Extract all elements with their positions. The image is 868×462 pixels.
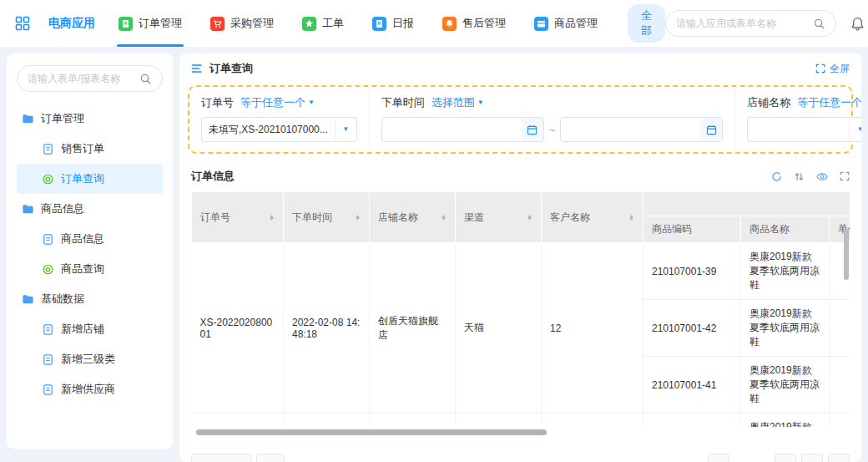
column-header[interactable]: 客户名称▲▼ <box>542 192 643 243</box>
chevron-down-icon[interactable]: ▼ <box>849 118 861 141</box>
cell-product-name: 奥康2019新款夏季软底两用凉鞋 <box>741 414 830 428</box>
sidebar-item[interactable]: 订单查询 <box>17 164 163 194</box>
sidebar-item[interactable]: 新增供应商 <box>17 374 163 404</box>
chevron-down-icon[interactable]: ▼ <box>335 118 356 141</box>
column-header[interactable]: 下单时间▲▼ <box>284 192 370 243</box>
bell-icon <box>442 17 457 31</box>
nav-tab[interactable]: 日报 <box>371 0 416 47</box>
sidebar-item[interactable]: 新增三级类 <box>17 344 163 374</box>
app-search-input[interactable] <box>676 18 806 29</box>
sort-toggle[interactable]: ▲▼ <box>269 215 275 221</box>
date-from-field[interactable] <box>381 117 544 142</box>
doc-icon <box>42 143 54 155</box>
date-to-input[interactable] <box>561 124 700 135</box>
sidebar-item[interactable]: 新增店铺 <box>17 314 163 344</box>
cell-product-code: 210107001-39 <box>643 414 741 428</box>
sidebar-item[interactable]: 商品信息 <box>17 224 163 254</box>
nav-tab[interactable]: 售后管理 <box>441 0 507 47</box>
nav-right <box>665 10 868 37</box>
nav-tab[interactable]: 订单管理 <box>117 0 184 47</box>
target-icon <box>42 263 54 276</box>
chevron-down-icon: ▼ <box>308 99 315 106</box>
next-page-button[interactable] <box>828 454 850 462</box>
cell-product-name: 奥康2019新款夏季软底两用凉鞋 <box>741 357 830 414</box>
shop-name-select[interactable]: ▼ <box>747 117 861 142</box>
sidebar-folder[interactable]: 订单管理 <box>17 104 163 134</box>
nav-tabs: 订单管理采购管理工单日报售后管理商品管理 <box>117 0 624 47</box>
nav-tab-all[interactable]: 全部 <box>628 4 665 43</box>
sidebar-item-label: 新增供应商 <box>61 382 115 397</box>
table-row[interactable]: XS-2022020300012022-02-03 22:52:57爱莎天猫专卖… <box>192 414 850 428</box>
column-header[interactable]: 渠道▲▼ <box>456 192 542 243</box>
sidebar-folder[interactable]: 商品信息 <box>17 194 163 224</box>
cell-price <box>830 414 850 428</box>
nav-tab[interactable]: 工单 <box>300 0 346 47</box>
page-number-button[interactable] <box>801 454 823 462</box>
column-header[interactable]: 订单号▲▼ <box>192 192 284 243</box>
form-search[interactable] <box>17 65 163 92</box>
page-number-button[interactable] <box>775 454 796 462</box>
page-size-select[interactable] <box>191 454 251 462</box>
prev-page-button[interactable] <box>708 454 729 462</box>
sort-toggle[interactable]: ▲▼ <box>441 215 447 221</box>
refresh-icon[interactable] <box>771 171 782 182</box>
search-icon[interactable] <box>813 18 825 30</box>
sort-toggle[interactable]: ▲▼ <box>355 215 361 221</box>
date-to-field[interactable] <box>560 117 723 142</box>
notification-bell-icon[interactable] <box>850 16 865 32</box>
horizontal-scrollbar[interactable] <box>196 429 547 435</box>
date-from-input[interactable] <box>382 124 522 135</box>
filter-operator-dropdown[interactable]: 等于任意一个▼ <box>240 95 315 110</box>
order-no-select[interactable]: 未填写,XS-20210107000... ▼ <box>201 117 357 142</box>
column-visibility-eye-icon[interactable] <box>816 172 828 181</box>
order-no-select-value: 未填写,XS-20210107000... <box>202 123 335 137</box>
sidebar-folder[interactable]: 基础数据 <box>17 284 163 314</box>
page-title: 订单查询 <box>209 61 253 76</box>
sort-toggle[interactable]: ▲▼ <box>628 215 634 221</box>
list-icon <box>191 63 203 74</box>
folder-icon <box>22 203 34 216</box>
vertical-scrollbar-thumb[interactable] <box>844 228 849 280</box>
items-group-header <box>643 192 850 216</box>
page-title-row: 订单查询 <box>191 61 253 76</box>
sidebar-item-label: 商品信息 <box>61 231 104 246</box>
apps-grid-icon[interactable] <box>15 16 30 31</box>
sidebar-item-label: 销售订单 <box>61 141 104 156</box>
column-header[interactable]: 店铺名称▲▼ <box>370 192 456 243</box>
filter-label: 下单时间 <box>381 95 425 110</box>
nav-tab[interactable]: 商品管理 <box>532 0 599 47</box>
calendar-icon[interactable] <box>700 118 722 141</box>
app-search[interactable] <box>665 10 836 37</box>
page-jump-box[interactable] <box>256 454 285 462</box>
sub-column-header[interactable]: 商品名称 <box>741 216 830 243</box>
filter-order-time: 下单时间 选择范围▼ ~ <box>369 87 735 152</box>
calendar-icon[interactable] <box>522 118 543 141</box>
cell-order-time: 2022-02-03 22:52:57 <box>284 414 370 428</box>
expand-icon[interactable] <box>840 171 850 181</box>
table-row[interactable]: XS-2022020800012022-02-08 14:48:18创盾天猫旗舰… <box>192 243 850 300</box>
nav-tab-label: 售后管理 <box>462 16 506 31</box>
form-search-input[interactable] <box>28 73 133 84</box>
search-icon[interactable] <box>139 73 152 85</box>
filter-order-no: 订单号 等于任意一个▼ 未填写,XS-20210107000... ▼ <box>189 87 369 152</box>
orders-table-wrap: 订单号▲▼下单时间▲▼店铺名称▲▼渠道▲▼客户名称▲▼ 商品编码商品名称单价 X… <box>191 191 850 427</box>
sub-column-header[interactable]: 商品编码 <box>643 216 741 243</box>
filter-operator-dropdown[interactable]: 选择范围▼ <box>431 95 484 110</box>
target-icon <box>42 173 54 185</box>
sidebar-item-label: 订单查询 <box>61 171 104 186</box>
sidebar-item[interactable]: 商品查询 <box>17 254 163 284</box>
cell-channel: 天猫 <box>456 414 542 428</box>
sidebar-item[interactable]: 销售订单 <box>17 134 163 164</box>
doc-icon <box>119 17 133 31</box>
sidebar-item-label: 新增三级类 <box>61 352 115 367</box>
sidebar-folder-label: 基础数据 <box>41 292 84 307</box>
filter-operator-dropdown[interactable]: 等于任意一个▼ <box>797 95 861 110</box>
nav-tab[interactable]: 采购管理 <box>209 0 275 47</box>
cell-price <box>830 300 850 357</box>
doc-icon <box>42 323 54 336</box>
fullscreen-button[interactable]: 全屏 <box>815 62 850 76</box>
sort-toggle[interactable]: ▲▼ <box>527 215 532 221</box>
brand-title[interactable]: 电商应用 <box>48 16 95 31</box>
sidebar: 订单管理销售订单订单查询商品信息商品信息商品查询基础数据新增店铺新增三级类新增供… <box>7 53 173 449</box>
sort-icon[interactable] <box>794 171 805 182</box>
